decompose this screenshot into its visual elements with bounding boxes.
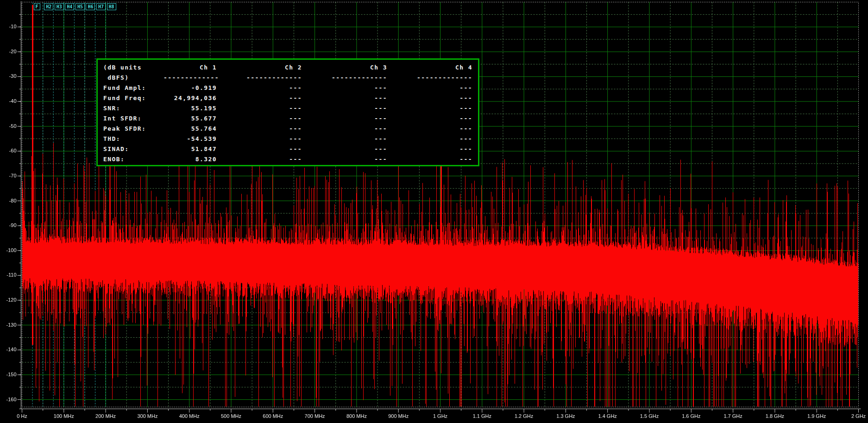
table-row-int-sfdr: Int SFDR: 55.677 --- --- ---: [103, 114, 472, 124]
col-header-ch3: Ch 3: [302, 63, 387, 73]
row-value: ---: [217, 124, 302, 134]
row-value: ---: [387, 103, 472, 114]
row-value: 55.195: [164, 103, 217, 114]
row-value: 24,994,036: [164, 93, 217, 103]
separator: -------------: [387, 73, 472, 83]
row-value: ---: [217, 103, 302, 114]
table-row-thd: THD: -54.539 --- --- ---: [103, 134, 472, 144]
row-value: ---: [302, 154, 387, 164]
row-value: ---: [387, 154, 472, 164]
marker-fundamental[interactable]: F: [34, 3, 40, 10]
row-label: THD:: [103, 134, 164, 144]
marker-h2[interactable]: H2: [44, 3, 53, 10]
stats-units-label: (dB units: [103, 63, 164, 73]
row-label: SNR:: [103, 103, 164, 114]
row-label: Fund Ampl:: [103, 83, 164, 93]
stats-separator-row: dBFS) ------------- ------------- ------…: [103, 73, 472, 83]
marker-h4[interactable]: H4: [65, 3, 74, 10]
row-value: ---: [302, 83, 387, 93]
marker-h8[interactable]: H8: [107, 3, 116, 10]
row-value: ---: [387, 134, 472, 144]
table-row-fund-freq: Fund Freq: 24,994,036 --- --- ---: [103, 93, 472, 103]
separator: -------------: [302, 73, 387, 83]
row-value: ---: [387, 144, 472, 154]
separator: -------------: [164, 73, 217, 83]
row-value: 51.847: [164, 144, 217, 154]
separator: -------------: [217, 73, 302, 83]
marker-h5[interactable]: H5: [75, 3, 85, 10]
row-value: ---: [302, 114, 387, 124]
row-value: ---: [217, 154, 302, 164]
row-value: ---: [217, 93, 302, 103]
row-value: ---: [387, 93, 472, 103]
row-value: ---: [302, 103, 387, 114]
row-value: ---: [217, 144, 302, 154]
row-value: -54.539: [164, 134, 217, 144]
col-header-ch2: Ch 2: [217, 63, 302, 73]
row-value: ---: [302, 93, 387, 103]
row-value: ---: [387, 124, 472, 134]
row-label: SINAD:: [103, 144, 164, 154]
fft-analyzer-window: F H2 H3 H4 H5 H6 H7 H8 (dB units Ch 1 Ch…: [0, 0, 868, 423]
row-value: ---: [217, 134, 302, 144]
row-value: ---: [217, 83, 302, 93]
marker-h6[interactable]: H6: [86, 3, 95, 10]
table-row-peak-sfdr: Peak SFDR: 55.764 --- --- ---: [103, 124, 472, 134]
row-value: 55.764: [164, 124, 217, 134]
col-header-ch4: Ch 4: [387, 63, 472, 73]
row-value: ---: [302, 134, 387, 144]
row-value: ---: [302, 124, 387, 134]
table-row-sinad: SINAD: 51.847 --- --- ---: [103, 144, 472, 154]
row-value: ---: [387, 83, 472, 93]
row-value: ---: [217, 114, 302, 124]
marker-h3[interactable]: H3: [55, 3, 64, 10]
row-value: -0.919: [164, 83, 217, 93]
row-label: ENOB:: [103, 154, 164, 164]
row-value: 8.320: [164, 154, 217, 164]
row-value: 55.677: [164, 114, 217, 124]
stats-units-label2: dBFS): [103, 73, 164, 83]
row-label: Fund Freq:: [103, 93, 164, 103]
row-label: Int SFDR:: [103, 114, 164, 124]
marker-h7[interactable]: H7: [96, 3, 106, 10]
row-value: ---: [302, 144, 387, 154]
row-value: ---: [387, 114, 472, 124]
col-header-ch1: Ch 1: [164, 63, 217, 73]
stats-header-row: (dB units Ch 1 Ch 2 Ch 3 Ch 4: [103, 63, 472, 73]
table-row-enob: ENOB: 8.320 --- --- ---: [103, 154, 472, 164]
stats-table: (dB units Ch 1 Ch 2 Ch 3 Ch 4 dBFS) ----…: [96, 58, 479, 166]
table-row-fund-ampl: Fund Ampl: -0.919 --- --- ---: [103, 83, 472, 93]
row-label: Peak SFDR:: [103, 124, 164, 134]
table-row-snr: SNR: 55.195 --- --- ---: [103, 103, 472, 114]
